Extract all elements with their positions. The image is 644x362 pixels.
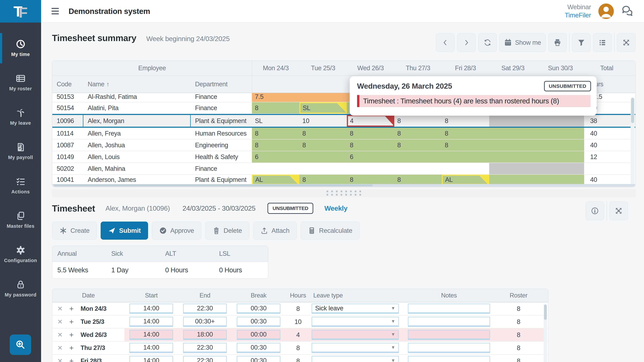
expand-timesheet-button[interactable] [609,201,628,220]
next-week-button[interactable] [457,33,476,52]
vertical-scrollbar[interactable] [544,304,547,362]
day-cell[interactable]: 8 [394,115,442,127]
leave-type-select[interactable]: Sick leave [312,304,399,314]
day-cell[interactable] [442,163,489,174]
sidebar-item-configuration[interactable]: Configuration [0,237,41,272]
day-cell[interactable]: 7.5 [252,93,299,102]
day-cell[interactable]: 8 [347,128,394,139]
notes-input[interactable] [408,317,490,327]
column-header-total[interactable]: Total [584,61,630,75]
delete-row-icon[interactable]: ✕ [57,331,62,339]
zoom-button[interactable] [10,335,31,355]
day-cell[interactable] [537,115,584,127]
notes-input[interactable] [408,304,490,314]
view-toggle-weekly[interactable]: Weekly [324,204,348,212]
break-input[interactable] [237,356,280,362]
add-row-icon[interactable]: + [69,344,74,352]
day-cell[interactable]: 8 [252,139,299,151]
column-header-code[interactable]: Code [52,76,83,93]
day-cell[interactable]: 10 [299,115,347,127]
add-row-icon[interactable]: + [69,318,74,326]
vertical-scrollbar[interactable] [630,97,634,184]
break-input[interactable] [237,317,280,327]
column-header-day[interactable]: Fri 28/3 [442,61,489,75]
column-header-name[interactable]: Name [83,76,191,93]
avatar[interactable] [598,3,614,19]
break-input[interactable] [237,343,280,353]
day-cell[interactable]: 8 [394,139,442,151]
day-cell[interactable] [489,139,537,151]
day-cell[interactable]: 8 [394,128,442,139]
end-time-input[interactable] [183,343,227,353]
day-cell[interactable] [347,163,394,174]
day-cell[interactable] [537,151,584,163]
day-cell[interactable]: 8 [347,139,394,151]
sidebar-item-my-payroll[interactable]: $ My payroll [0,134,41,168]
attach-button[interactable]: Attach [253,222,297,240]
filter-button[interactable] [572,33,591,52]
day-cell[interactable] [489,175,537,185]
column-header-day[interactable]: Mon 24/3 [252,61,299,75]
leave-type-select[interactable] [312,330,399,340]
table-row[interactable]: 10149 Allen, Louis Health & Safety 6 6 1… [52,151,635,163]
day-cell[interactable]: 8 [442,115,489,127]
add-row-icon[interactable]: + [69,305,74,313]
leave-type-select[interactable] [312,317,399,327]
day-cell[interactable]: 8 [252,102,299,114]
add-row-icon[interactable]: + [69,357,74,362]
day-cell[interactable] [537,175,584,185]
leave-type-select[interactable] [312,356,399,362]
prev-week-button[interactable] [436,33,455,52]
delete-row-icon[interactable]: ✕ [57,344,62,352]
end-time-input[interactable] [183,317,227,327]
table-row[interactable]: 10041 Anderson, James Plant & Equipment … [52,175,635,185]
brand-link[interactable]: TimeFiler [565,11,591,19]
recalculate-button[interactable]: Recalculate [300,222,360,240]
day-cell[interactable] [299,93,347,102]
day-cell[interactable] [299,151,347,163]
horizontal-scrollbar[interactable] [52,184,635,187]
add-row-icon[interactable]: + [69,331,74,339]
app-logo[interactable]: TF [0,0,41,23]
info-button[interactable] [586,201,604,220]
expand-button[interactable] [617,33,636,52]
day-cell[interactable]: 6 [252,151,299,163]
day-cell[interactable] [299,163,347,174]
day-cell[interactable]: 8 [299,128,347,139]
panel-splitter[interactable] [52,189,636,197]
day-cell-warning[interactable]: 4 [347,115,394,127]
delete-row-icon[interactable]: ✕ [57,318,62,326]
break-input[interactable] [237,330,280,340]
show-me-button[interactable]: Show me [499,33,546,52]
column-header-day[interactable]: Sat 29/3 [489,61,537,75]
day-cell[interactable]: 8 [252,128,299,139]
notes-input[interactable] [408,343,490,353]
day-cell[interactable] [537,139,584,151]
end-time-input[interactable] [183,330,227,340]
day-cell[interactable]: 8 [442,139,489,151]
sidebar-item-my-password[interactable]: My password [0,272,41,306]
day-cell[interactable] [489,163,537,174]
day-cell-leave[interactable]: AL [252,175,299,185]
table-row[interactable]: 10114 Allen, Freya Human Resources 8 8 8… [52,128,635,139]
break-input[interactable] [237,304,280,314]
column-header-department[interactable]: Department [191,76,252,93]
day-cell[interactable]: 6 [347,151,394,163]
start-time-input[interactable] [130,317,173,327]
start-time-input[interactable] [130,343,173,353]
start-time-input[interactable] [130,304,173,314]
sidebar-item-my-roster[interactable]: My roster [0,65,41,100]
submit-button[interactable]: Submit [100,222,148,240]
start-time-input[interactable] [130,330,173,340]
delete-button[interactable]: Delete [205,222,250,240]
column-header-day[interactable]: Thu 27/3 [394,61,442,75]
day-cell[interactable]: 8 [347,175,394,185]
day-cell[interactable] [537,128,584,139]
approve-button[interactable]: Approve [152,222,202,240]
list-view-button[interactable] [593,33,612,52]
sidebar-item-actions[interactable]: Actions [0,168,41,203]
day-cell[interactable] [489,115,537,127]
menu-icon[interactable] [52,8,59,14]
day-cell[interactable]: 8 [299,175,347,185]
day-cell[interactable] [442,151,489,163]
